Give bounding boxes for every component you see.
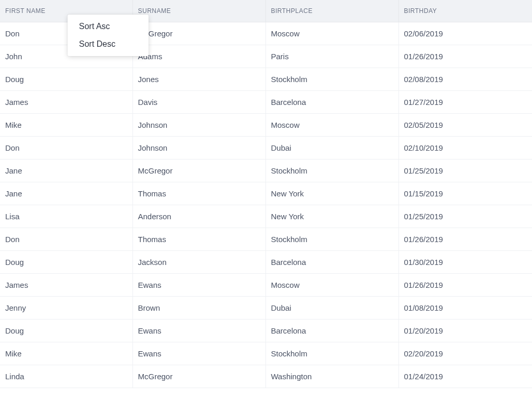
cell-surname[interactable]: Johnson	[132, 137, 265, 159]
cell-surname[interactable]: Davis	[132, 91, 265, 114]
cell-birthplace[interactable]: Barcelona	[265, 91, 398, 114]
cell-firstname[interactable]: Jane	[0, 159, 132, 182]
table-row[interactable]: JaneThomasNew York01/15/2019	[0, 182, 532, 205]
cell-birthday[interactable]: 01/24/2019	[398, 365, 532, 388]
table-row[interactable]: JamesEwansMoscow01/26/2019	[0, 274, 532, 297]
cell-birthday[interactable]: 01/20/2019	[398, 320, 532, 342]
cell-surname[interactable]: Thomas	[132, 182, 265, 205]
cell-birthday[interactable]: 02/08/2019	[398, 68, 532, 91]
cell-birthplace[interactable]: Moscow	[265, 114, 398, 137]
cell-birthday[interactable]: 02/20/2019	[398, 342, 532, 365]
table-row[interactable]: JamesDavisBarcelona01/27/2019	[0, 91, 532, 114]
cell-birthday[interactable]: 01/15/2019	[398, 182, 532, 205]
cell-firstname[interactable]: James	[0, 91, 132, 114]
cell-firstname[interactable]: Doug	[0, 320, 132, 342]
cell-birthplace[interactable]: Moscow	[265, 22, 398, 45]
cell-birthday[interactable]: 02/06/2019	[398, 22, 532, 45]
cell-birthplace[interactable]: Dubai	[265, 137, 398, 159]
cell-birthday[interactable]: 01/25/2019	[398, 159, 532, 182]
cell-surname[interactable]: Jackson	[132, 251, 265, 274]
cell-firstname[interactable]: Mike	[0, 342, 132, 365]
table-row[interactable]: MikeEwansStockholm02/20/2019	[0, 342, 532, 365]
cell-surname[interactable]: McGregor	[132, 365, 265, 388]
cell-birthplace[interactable]: Washington	[265, 365, 398, 388]
table-row[interactable]: DonThomasStockholm01/26/2019	[0, 228, 532, 251]
cell-firstname[interactable]: Jenny	[0, 297, 132, 320]
cell-birthplace[interactable]: Stockholm	[265, 68, 398, 91]
table-row[interactable]: DougEwansBarcelona01/20/2019	[0, 320, 532, 342]
cell-birthplace[interactable]: Paris	[265, 45, 398, 68]
cell-firstname[interactable]: Linda	[0, 365, 132, 388]
cell-surname[interactable]: McGregor	[132, 22, 265, 45]
cell-surname[interactable]: Anderson	[132, 205, 265, 228]
cell-surname[interactable]: McGregor	[132, 159, 265, 182]
cell-birthday[interactable]: 01/25/2019	[398, 205, 532, 228]
table-row[interactable]: LindaMcGregorWashington01/24/2019	[0, 365, 532, 388]
cell-surname[interactable]: Ewans	[132, 342, 265, 365]
column-header-surname[interactable]: SURNAME	[132, 0, 265, 22]
cell-birthplace[interactable]: Moscow	[265, 274, 398, 297]
cell-birthplace[interactable]: Dubai	[265, 297, 398, 320]
cell-birthday[interactable]: 01/08/2019	[398, 297, 532, 320]
cell-surname[interactable]: Brown	[132, 297, 265, 320]
sort-asc-option[interactable]: Sort Asc	[68, 18, 149, 35]
cell-birthplace[interactable]: Stockholm	[265, 228, 398, 251]
table-row[interactable]: DougJacksonBarcelona01/30/2019	[0, 251, 532, 274]
cell-birthplace[interactable]: Barcelona	[265, 320, 398, 342]
cell-birthday[interactable]: 01/30/2019	[398, 251, 532, 274]
cell-firstname[interactable]: Jane	[0, 182, 132, 205]
sort-context-menu: Sort Asc Sort Desc	[68, 15, 149, 56]
cell-surname[interactable]: Ewans	[132, 320, 265, 342]
cell-birthday[interactable]: 02/10/2019	[398, 137, 532, 159]
cell-birthday[interactable]: 01/27/2019	[398, 91, 532, 114]
cell-firstname[interactable]: James	[0, 274, 132, 297]
cell-birthday[interactable]: 02/05/2019	[398, 114, 532, 137]
cell-surname[interactable]: Johnson	[132, 114, 265, 137]
cell-birthplace[interactable]: Stockholm	[265, 342, 398, 365]
table-row[interactable]: MikeJohnsonMoscow02/05/2019	[0, 114, 532, 137]
cell-firstname[interactable]: Mike	[0, 114, 132, 137]
cell-birthday[interactable]: 01/26/2019	[398, 274, 532, 297]
cell-firstname[interactable]: Doug	[0, 68, 132, 91]
cell-birthplace[interactable]: Barcelona	[265, 251, 398, 274]
table-row[interactable]: DonJohnsonDubai02/10/2019	[0, 137, 532, 159]
cell-birthplace[interactable]: New York	[265, 205, 398, 228]
data-table: FIRST NAME SURNAME BIRTHPLACE BIRTHDAY D…	[0, 0, 532, 388]
table-row[interactable]: LisaAndersonNew York01/25/2019	[0, 205, 532, 228]
column-header-birthday[interactable]: BIRTHDAY	[398, 0, 532, 22]
column-header-birthplace[interactable]: BIRTHPLACE	[265, 0, 398, 22]
cell-firstname[interactable]: Doug	[0, 251, 132, 274]
cell-surname[interactable]: Jones	[132, 68, 265, 91]
cell-firstname[interactable]: Don	[0, 137, 132, 159]
cell-surname[interactable]: Ewans	[132, 274, 265, 297]
table-row[interactable]: DougJonesStockholm02/08/2019	[0, 68, 532, 91]
cell-birthplace[interactable]: Stockholm	[265, 159, 398, 182]
cell-firstname[interactable]: Lisa	[0, 205, 132, 228]
cell-birthday[interactable]: 01/26/2019	[398, 45, 532, 68]
data-table-container: FIRST NAME SURNAME BIRTHPLACE BIRTHDAY D…	[0, 0, 532, 399]
cell-birthday[interactable]: 01/26/2019	[398, 228, 532, 251]
cell-firstname[interactable]: Don	[0, 228, 132, 251]
table-body: DonMcGregorMoscow02/06/2019JohnAdamsPari…	[0, 22, 532, 388]
cell-surname[interactable]: Adams	[132, 45, 265, 68]
table-row[interactable]: JennyBrownDubai01/08/2019	[0, 297, 532, 320]
sort-desc-option[interactable]: Sort Desc	[68, 35, 149, 53]
cell-birthplace[interactable]: New York	[265, 182, 398, 205]
table-row[interactable]: JaneMcGregorStockholm01/25/2019	[0, 159, 532, 182]
cell-surname[interactable]: Thomas	[132, 228, 265, 251]
